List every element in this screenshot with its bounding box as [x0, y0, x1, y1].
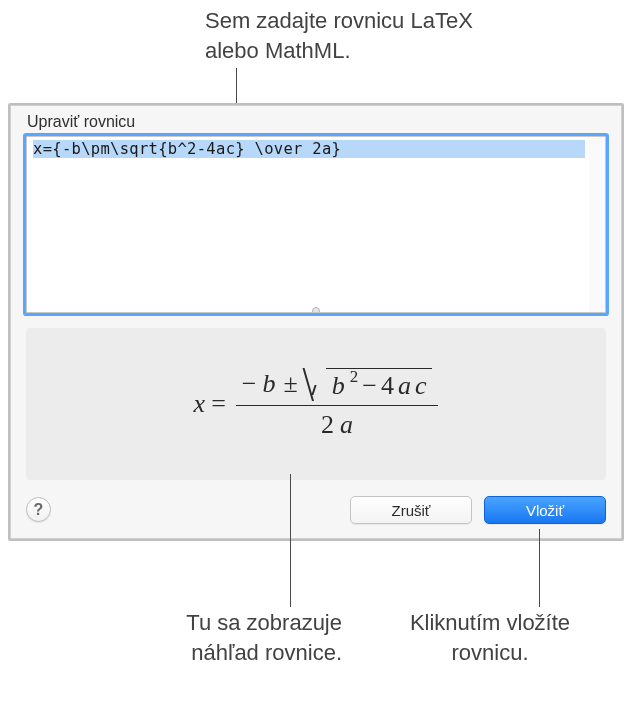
eq-numerator: −b ± b2 − 4ac	[236, 364, 439, 405]
dialog-title: Upraviť rovnicu	[27, 113, 135, 131]
eq-radicand: b2 − 4ac	[326, 368, 433, 401]
equation-input[interactable]: x={-b\pm\sqrt{b^2-4ac} \over 2a}	[26, 136, 606, 313]
eq-plusminus: ±	[281, 369, 299, 399]
eq-den-a: a	[340, 410, 353, 440]
eq-b2-exp: 2	[350, 367, 358, 387]
eq-b: b	[262, 369, 275, 399]
callout-top-text: Sem zadajte rovnicu LaTeXalebo MathML.	[205, 6, 473, 65]
resize-handle-icon[interactable]	[312, 307, 320, 313]
help-icon: ?	[34, 501, 44, 519]
eq-sqrt: b2 − 4ac	[306, 368, 433, 401]
rendered-equation: x = −b ± b2 − 4ac	[194, 364, 439, 445]
help-button[interactable]: ?	[26, 497, 51, 522]
equation-dialog-body: Upraviť rovnicu x={-b\pm\sqrt{b^2-4ac} \…	[10, 105, 622, 539]
callout-bottom-left-leader-line	[290, 474, 291, 607]
eq-fraction: −b ± b2 − 4ac 2a	[236, 364, 439, 445]
eq-four: 4	[381, 371, 394, 401]
equation-input-value: x={-b\pm\sqrt{b^2-4ac} \over 2a}	[33, 140, 585, 158]
eq-two: 2	[321, 410, 334, 440]
eq-denominator: 2a	[315, 406, 359, 444]
callout-bottom-right-leader-line	[539, 529, 540, 607]
callout-bottom-left-text: Tu sa zobrazujenáhľad rovnice.	[102, 608, 342, 667]
equation-input-scrollbar[interactable]	[589, 137, 605, 312]
eq-minus: −	[242, 369, 257, 399]
eq-b2-base: b	[332, 371, 345, 401]
eq-a: a	[398, 371, 411, 401]
dialog-button-row: Zrušiť Vložiť	[350, 496, 606, 524]
eq-equals: =	[211, 389, 226, 419]
eq-var-x: x	[194, 389, 206, 419]
equation-preview: x = −b ± b2 − 4ac	[26, 328, 606, 480]
equation-dialog: Upraviť rovnicu x={-b\pm\sqrt{b^2-4ac} \…	[8, 103, 624, 541]
callout-bottom-right-text: Kliknutím vložíterovnicu.	[370, 608, 610, 667]
eq-c: c	[415, 371, 427, 401]
eq-minus2: −	[362, 371, 377, 401]
cancel-button[interactable]: Zrušiť	[350, 496, 472, 524]
radical-icon	[306, 368, 326, 401]
insert-button[interactable]: Vložiť	[484, 496, 606, 524]
